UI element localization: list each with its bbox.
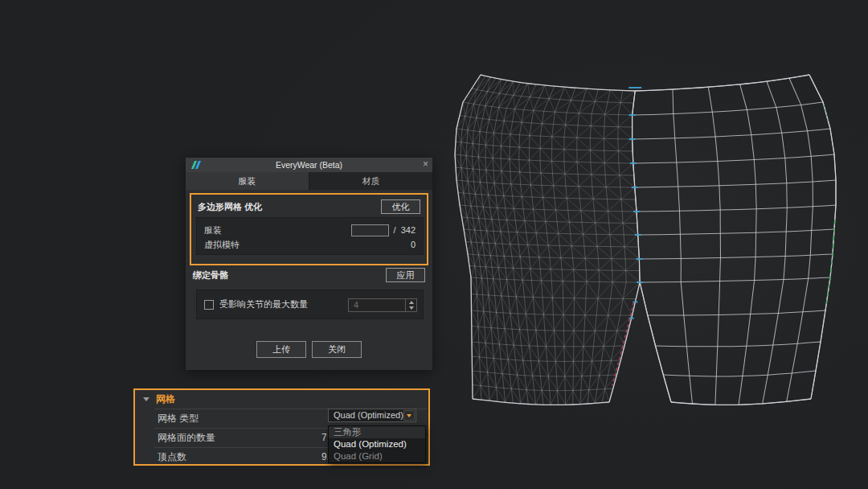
optimize-counts-panel: 服装 / 342 虚拟模特 0	[196, 217, 424, 255]
garment-row-label: 服装	[204, 224, 222, 236]
dialog-titlebar[interactable]: EveryWear (Beta) ×	[186, 158, 432, 172]
mesh-type-current-value: Quad (Optimized)	[334, 409, 403, 421]
optimize-button[interactable]: 优化	[381, 199, 420, 214]
mesh-type-label: 网格 类型	[158, 409, 199, 428]
3d-viewport-garment-wireframe[interactable]	[0, 0, 868, 489]
optimize-section-title: 多边形网格 优化	[198, 201, 262, 213]
mesh-type-dropdown-popup: 三角形 Quad (Optimized) Quad (Grid)	[328, 425, 426, 463]
option-quad-optimized[interactable]: Quad (Optimized)	[329, 438, 425, 450]
face-count-label: 网格面的数量	[158, 428, 215, 447]
garment-total: 342	[401, 225, 416, 235]
close-button[interactable]: 关闭	[312, 341, 362, 358]
tab-garment[interactable]: 服装	[186, 172, 309, 190]
option-quad-grid[interactable]: Quad (Grid)	[329, 450, 425, 462]
max-joints-panel: 受影响关节的最大数量 4	[196, 290, 424, 319]
max-joints-label: 受影响关节的最大数量	[219, 298, 308, 310]
tab-material[interactable]: 材质	[309, 172, 432, 190]
mesh-type-dropdown[interactable]: Quad (Optimized)	[328, 409, 416, 422]
face-count-value: 7	[321, 431, 327, 444]
bind-skeleton-section: 绑定骨骼 应用	[193, 267, 425, 283]
bind-section-title: 绑定骨骼	[193, 269, 228, 281]
avatar-row-label: 虚拟模特	[204, 239, 240, 251]
collapse-arrow-icon[interactable]	[143, 397, 149, 401]
chevron-down-icon	[407, 414, 411, 417]
app-canvas: EveryWear (Beta) × 服装 材质 多边形网格 优化 优化 服装 …	[0, 0, 868, 489]
spinner-value: 4	[349, 299, 405, 311]
max-joints-checkbox[interactable]	[204, 300, 214, 310]
spinner-up-icon[interactable]	[409, 301, 414, 304]
dialog-tabs: 服装 材质	[186, 172, 432, 190]
upload-button[interactable]: 上传	[256, 341, 306, 358]
avatar-count: 0	[411, 240, 416, 249]
vertex-count-label: 顶点数	[158, 447, 186, 466]
spinner-down-icon[interactable]	[409, 306, 414, 310]
option-triangle[interactable]: 三角形	[329, 426, 425, 438]
mesh-properties-panel: 网格 网格 类型 网格面的数量 顶点数 7 9, Quad (Optimized…	[133, 388, 430, 466]
count-separator: /	[394, 225, 396, 235]
polygon-mesh-optimize-section: 多边形网格 优化 优化 服装 / 342 虚拟模特 0	[190, 193, 428, 265]
dialog-title: EveryWear (Beta)	[186, 158, 432, 172]
close-icon[interactable]: ×	[423, 158, 428, 171]
mesh-panel-title: 网格	[156, 392, 175, 406]
dropdown-button[interactable]	[403, 410, 415, 421]
apply-button[interactable]: 应用	[386, 268, 425, 282]
garment-count-input[interactable]	[351, 224, 389, 236]
everywear-dialog: EveryWear (Beta) × 服装 材质 多边形网格 优化 优化 服装 …	[186, 158, 432, 370]
max-joints-spinner[interactable]: 4	[348, 298, 417, 312]
